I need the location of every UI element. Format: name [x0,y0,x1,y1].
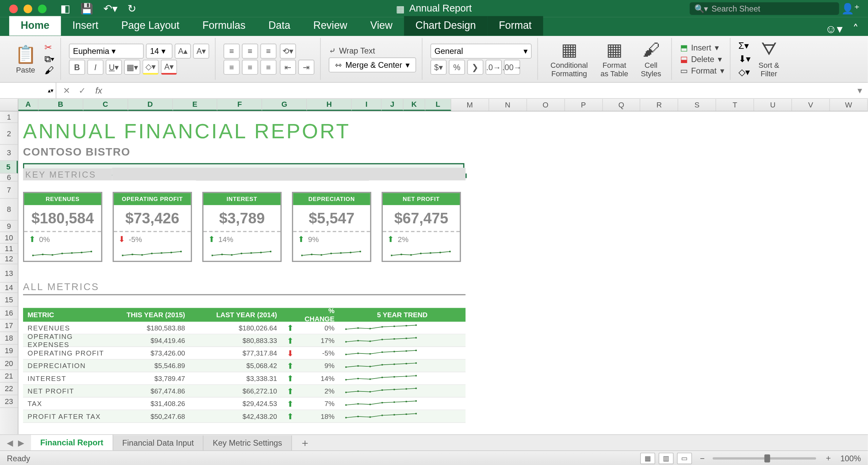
clear-icon[interactable]: ◇▾ [738,67,751,78]
decrease-indent-icon[interactable]: ⇤ [280,59,296,74]
row-header-23[interactable]: 23 [0,395,18,408]
row-header-5[interactable]: 5 [0,161,18,174]
table-row[interactable]: NET PROFIT$67,474.86$66,272.10⬆2% [23,385,466,398]
view-page-layout-icon[interactable]: ▥ [658,452,673,464]
expand-formula-bar-icon[interactable]: ▾ [852,85,868,96]
col-header-P[interactable]: P [565,99,603,111]
row-header-21[interactable]: 21 [0,370,18,383]
format-as-table-button[interactable]: ▦Format as Table [596,40,633,78]
search-sheet-input[interactable]: 🔍▾ Search Sheet [690,2,839,15]
undo-icon[interactable]: ↶▾ [103,2,117,15]
sheet-tab-key-metric-settings[interactable]: Key Metric Settings [203,435,292,450]
font-size-select[interactable]: 14▾ [146,43,173,58]
orientation-icon[interactable]: ⟲▾ [280,43,296,58]
row-header-17[interactable]: 17 [0,319,18,332]
view-page-break-icon[interactable]: ▭ [677,452,692,464]
col-header-D[interactable]: D [128,99,173,111]
row-header-6[interactable]: 6 [0,174,18,182]
view-normal-icon[interactable]: ▦ [640,452,655,464]
align-top-icon[interactable]: ≡ [223,43,239,58]
paste-button[interactable]: 📋 Paste [11,44,41,74]
col-header-E[interactable]: E [173,99,217,111]
col-header-H[interactable]: H [307,99,352,111]
cut-icon[interactable]: ✂ [44,42,55,53]
window-minimize-button[interactable] [23,4,32,13]
tab-insert[interactable]: Insert [61,16,110,36]
cell-styles-button[interactable]: 🖌Cell Styles [636,40,666,78]
col-header-G[interactable]: G [262,99,307,111]
align-bottom-icon[interactable]: ≡ [260,43,276,58]
col-header-B[interactable]: B [38,99,83,111]
col-header-I[interactable]: I [352,99,382,111]
row-header-12[interactable]: 12 [0,254,18,264]
autosum-icon[interactable]: Σ▾ [738,40,751,51]
border-button[interactable]: ▦▾ [124,59,140,74]
decrease-decimal-icon[interactable]: .00→ [504,59,520,74]
sort-filter-button[interactable]: ᗊSort & Filter [754,40,784,78]
col-header-M[interactable]: M [451,99,489,111]
increase-font-icon[interactable]: A▴ [175,43,191,58]
table-row[interactable]: PROFIT AFTER TAX$50,247.68$42,438.20⬆18% [23,410,466,423]
tab-view[interactable]: View [359,16,404,36]
tab-format[interactable]: Format [487,16,543,36]
zoom-in-icon[interactable]: ＋ [824,453,832,464]
col-header-K[interactable]: K [403,99,425,111]
zoom-slider[interactable] [713,457,816,459]
font-name-select[interactable]: Euphemia▾ [69,43,143,58]
table-row[interactable]: INTEREST$3,789.47$3,338.31⬆14% [23,372,466,385]
row-header-20[interactable]: 20 [0,357,18,370]
bold-button[interactable]: B [69,59,85,74]
delete-cells-button[interactable]: ⬓Delete▾ [680,54,724,63]
row-header-15[interactable]: 15 [0,293,18,307]
col-header-C[interactable]: C [83,99,128,111]
share-icon[interactable]: 👤⁺ [841,2,860,15]
percent-icon[interactable]: % [449,59,465,74]
merge-center-button[interactable]: ⇿Merge & Center▾ [329,57,416,72]
tab-data[interactable]: Data [257,16,302,36]
table-row[interactable]: DEPRECIATION$5,546.89$5,068.42⬆9% [23,360,466,372]
align-left-icon[interactable]: ≡ [223,59,239,74]
format-painter-icon[interactable]: 🖌 [44,65,55,76]
col-header-A[interactable]: A [18,99,38,111]
row-header-2[interactable]: 2 [0,123,18,145]
row-header-22[interactable]: 22 [0,383,18,395]
window-close-button[interactable] [9,4,18,13]
sheet-prev-icon[interactable]: ◀ [7,438,13,447]
sidebar-icon[interactable]: ◧ [60,2,70,15]
copy-icon[interactable]: ⧉▾ [44,54,55,64]
conditional-formatting-button[interactable]: ▦Conditional Formatting [546,40,592,78]
row-header-16[interactable]: 16 [0,307,18,319]
spreadsheet-grid[interactable]: ABCDEFGHIJKLMNOPQRSTUVW 1235678910111213… [0,99,868,434]
format-cells-button[interactable]: ▭Format▾ [680,66,724,75]
fill-color-button[interactable]: ◇▾ [142,59,158,74]
col-header-O[interactable]: O [527,99,565,111]
sheet-tab-financial-data-input[interactable]: Financial Data Input [113,435,203,450]
fx-icon[interactable]: fx [95,85,102,96]
col-header-Q[interactable]: Q [603,99,640,111]
row-header-11[interactable]: 11 [0,244,18,254]
tab-chart-design[interactable]: Chart Design [404,16,487,36]
row-header-1[interactable]: 1 [0,112,18,123]
sheet-next-icon[interactable]: ▶ [18,438,24,447]
align-middle-icon[interactable]: ≡ [242,43,258,58]
col-header-S[interactable]: S [678,99,716,111]
increase-decimal-icon[interactable]: .0→ [486,59,501,74]
add-sheet-button[interactable]: ＋ [292,436,318,450]
row-header-3[interactable]: 3 [0,145,18,161]
save-icon[interactable]: 💾 [80,2,93,15]
sheet-tab-financial-report[interactable]: Financial Report [31,434,113,450]
insert-cells-button[interactable]: ⬒Insert▾ [680,43,724,52]
col-header-L[interactable]: L [425,99,451,111]
col-header-W[interactable]: W [830,99,868,111]
col-header-F[interactable]: F [218,99,262,111]
collapse-ribbon-icon[interactable]: ˄ [853,22,859,36]
row-header-8[interactable]: 8 [0,199,18,220]
col-header-V[interactable]: V [792,99,830,111]
comma-icon[interactable]: ❯ [467,59,483,74]
col-header-J[interactable]: J [382,99,403,111]
underline-button[interactable]: U▾ [106,59,122,74]
cancel-icon[interactable]: ✕ [63,85,71,96]
col-header-U[interactable]: U [754,99,792,111]
row-header-19[interactable]: 19 [0,345,18,357]
row-header-18[interactable]: 18 [0,332,18,345]
